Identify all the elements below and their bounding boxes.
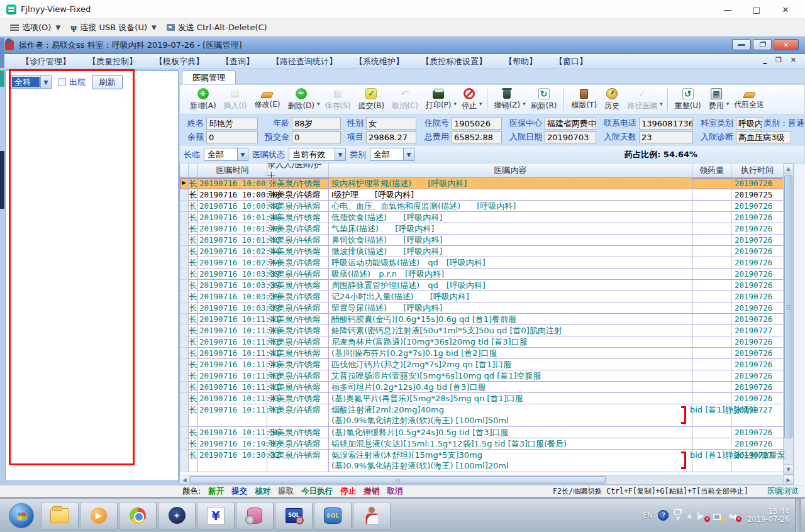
menubar-item-usb[interactable]: ψ连接 USB 设备(U)▼ [67, 20, 160, 35]
patient-field-value[interactable]: 88岁 [292, 118, 341, 130]
scroll-left-arrow[interactable]: ◀ [180, 475, 190, 484]
patient-field-value[interactable]: 1905026 [452, 118, 502, 130]
menu-item[interactable]: 【窗口】 [555, 56, 587, 67]
table-row[interactable]: 长20190716 10:00:48张美泉/许锈熔Ⅰ级护理 [呼吸内科]2019… [180, 189, 794, 201]
order-browse-link[interactable]: 医嘱浏览 [767, 486, 799, 497]
patient-field-value[interactable]: 女 [366, 118, 416, 130]
dropdown-caret[interactable]: ▾ [317, 101, 320, 107]
show-desktop-button[interactable] [795, 499, 801, 532]
mdi-minimize-button[interactable] [732, 39, 751, 50]
window-close-button[interactable]: ✕ [771, 0, 800, 19]
dropdown-caret[interactable]: ▾ [523, 101, 526, 107]
tab-orders-management[interactable]: 医嘱管理 [182, 70, 236, 84]
toolbar-button-submit[interactable]: 提交(B) [355, 87, 389, 113]
menu-item[interactable]: 【诊疗管理】 [21, 56, 70, 67]
menu-item[interactable]: 【路径查询统计】 [272, 56, 337, 67]
patient-field-value[interactable]: 0 [206, 131, 258, 143]
menu-item[interactable]: 【质控标准设置】 [421, 56, 487, 67]
window-minimize-button[interactable]: — [713, 0, 742, 19]
vertical-scroll-thumb[interactable] [784, 175, 792, 438]
toolbar-button-decoct[interactable]: 代煎全送 [730, 88, 768, 111]
toolbar-button-refresh[interactable]: 刷新(R) [527, 87, 561, 113]
taskbar-app-sql-query[interactable]: SQL [275, 502, 313, 529]
table-row[interactable]: 长20190716 10:11:41张美泉/许锈熔烟酸注射液[2ml:20mg]… [180, 404, 794, 427]
toolbar-button-template[interactable]: 模版(T) [567, 87, 601, 112]
table-row[interactable]: 长20190716 10:01:40张美泉/许锈熔气垫床(描述) [呼吸内科]2… [180, 223, 794, 235]
table-row[interactable]: 长20190716 10:11:41张美泉/许锈熔醋酸钙胶囊(金丐)[0.6g*… [180, 314, 794, 325]
dropdown-caret[interactable]: ▾ [479, 101, 482, 107]
patient-field-value[interactable]: 20190703 [545, 131, 596, 143]
dropdown-caret[interactable]: ▼ [152, 24, 157, 31]
child-close-button[interactable]: ✕ [791, 56, 796, 64]
order-status-select[interactable]: 当前有效 ▼ [289, 148, 346, 161]
dropdown-caret[interactable]: ▼ [55, 24, 60, 31]
child-minimize-button[interactable]: ‗ [763, 56, 767, 64]
volume-muted-icon[interactable]: ✕ [729, 511, 739, 520]
menu-item[interactable]: 【模板字典】 [155, 56, 204, 67]
vertical-scrollbar[interactable]: ▲ ▼ [783, 163, 794, 475]
taskbar-app-compass[interactable]: ✦ [158, 502, 196, 529]
taskbar-clock[interactable]: 15:44 2019-07-26 [747, 507, 789, 524]
column-header-5[interactable]: 领药量 [692, 163, 731, 178]
dropdown-caret[interactable]: ▾ [454, 101, 457, 107]
toolbar-button-del[interactable]: 删除(D) [284, 87, 318, 113]
help-icon[interactable]: ? [658, 510, 669, 521]
table-row[interactable]: 长20190716 10:02:44张美泉/许锈熔微波排痰(描述) [呼吸内科]… [180, 246, 794, 257]
menu-item[interactable]: 【帮助】 [504, 56, 537, 67]
table-row[interactable]: 长20190716 10:03:39张美泉/许锈熔吸痰(描述) p.r.n [呼… [180, 269, 794, 280]
patient-field-value[interactable]: 福建省两费中 [545, 118, 596, 130]
mdi-close-button[interactable]: ✕ [774, 39, 799, 50]
toolbar-button-history[interactable]: 历史 [601, 87, 623, 113]
column-header-4[interactable]: 医嘱内容 [329, 163, 692, 178]
table-row[interactable]: 长20190716 10:11:41张美泉/许锈熔尼麦角林片(富路通)[10mg… [180, 336, 794, 348]
hidden-icons-arrow[interactable]: ▲ [687, 512, 692, 519]
taskbar-app-sql-server[interactable]: SQL [314, 502, 352, 529]
chevron-down-icon[interactable]: ▼ [237, 148, 248, 160]
patient-field-value[interactable]: 高血压病3级 [736, 131, 791, 143]
patient-field-value[interactable]: 65852.88 [452, 131, 502, 143]
toolbar-button-add[interactable]: 新增(A) [186, 87, 220, 113]
table-row[interactable]: 长20190716 10:11:41张美泉/许锈熔福多司坦片[0.2g*12s]… [180, 382, 794, 393]
table-row[interactable]: ▶长20190716 10:00:48张美泉/许锈熔按内科护理常规(描述) [呼… [180, 178, 794, 189]
horizontal-scroll-thumb[interactable] [191, 476, 606, 484]
chevron-down-icon[interactable]: ▼ [676, 516, 680, 521]
table-row[interactable]: 长20190716 10:19:07张美泉/许锈熔铝镁加混悬液(安达)[15ml… [180, 438, 794, 450]
table-row[interactable]: 长20190716 10:01:40张美泉/许锈熔低脂饮食(描述) [呼吸内科]… [180, 212, 794, 223]
start-button[interactable] [9, 503, 34, 528]
toolbar-button-stop[interactable]: 停止 [458, 87, 480, 113]
menubar-item-menu[interactable]: 选项(O)▼ [6, 20, 64, 35]
table-row[interactable]: 长20190716 10:11:41张美泉/许锈熔鲑降钙素(密钙息)注射液[50… [180, 325, 794, 336]
table-row[interactable]: 长20190716 10:02:44张美泉/许锈熔呼吸运动功能锻炼(描述) qd… [180, 257, 794, 269]
column-header-6[interactable]: 执行时间 [731, 163, 784, 178]
column-header-2[interactable]: 医嘱时间 [198, 163, 267, 178]
changlin-select[interactable]: 全部 ▼ [204, 148, 248, 161]
scroll-up-arrow[interactable]: ▲ [784, 164, 793, 174]
chevron-down-icon[interactable]: ▼ [335, 148, 345, 160]
dropdown-caret[interactable]: ▾ [726, 101, 730, 107]
toolbar-button-reorg[interactable]: 重整(U) [671, 87, 705, 113]
column-header[interactable] [180, 163, 189, 178]
network-warning-icon[interactable] [713, 511, 723, 520]
column-header[interactable] [189, 163, 198, 178]
table-row[interactable]: 长20190716 10:11:41张美泉/许锈熔匹伐他汀钙片(邦之)[2mg*… [180, 359, 794, 370]
menubar-item-send[interactable]: 发送 Ctrl-Alt-Delete(C) [163, 20, 271, 35]
dropdown-caret[interactable]: ▾ [660, 101, 663, 107]
window-maximize-button[interactable]: □ [742, 0, 771, 19]
menu-item[interactable]: 【系统维护】 [355, 56, 404, 67]
child-restore-button[interactable]: ❐ [775, 56, 782, 64]
patient-field-value[interactable]: 呼吸内 [736, 118, 762, 130]
mdi-restore-button[interactable] [753, 39, 772, 50]
table-row[interactable]: 长20190716 10:30:32张美泉/许锈熔氨溴索注射液(沐舒坦)[15m… [180, 450, 794, 472]
patient-field-value[interactable]: 邱艳芳 [206, 118, 258, 130]
taskbar-app-hospital[interactable] [353, 502, 391, 529]
patient-field-value[interactable]: 0 [292, 131, 341, 143]
table-row[interactable]: 长20190716 10:11:56张美泉/许锈熔(基)氯化钾缓释片[0.5g*… [180, 427, 794, 438]
taskbar-app-media-player[interactable]: ▶ [80, 502, 118, 529]
table-row[interactable]: 长20190716 10:11:41张美泉/许锈熔艾普拉唑肠溶片(壹丽安)[5m… [180, 370, 794, 382]
toolbar-button-edit[interactable]: 修改(E) [250, 88, 284, 111]
menu-item[interactable]: 【质量控制】 [88, 56, 137, 67]
action-center-flag-icon[interactable]: ✕ [697, 511, 708, 520]
table-row[interactable]: 长20190716 10:03:39张美泉/许锈熔周围静脉置管护理(描述) qd… [180, 280, 794, 291]
table-row[interactable]: 长20190716 10:03:39张美泉/许锈熔留置导尿(描述) [呼吸内科]… [180, 302, 794, 314]
patient-field-value[interactable]: 29868.27 [366, 131, 416, 143]
